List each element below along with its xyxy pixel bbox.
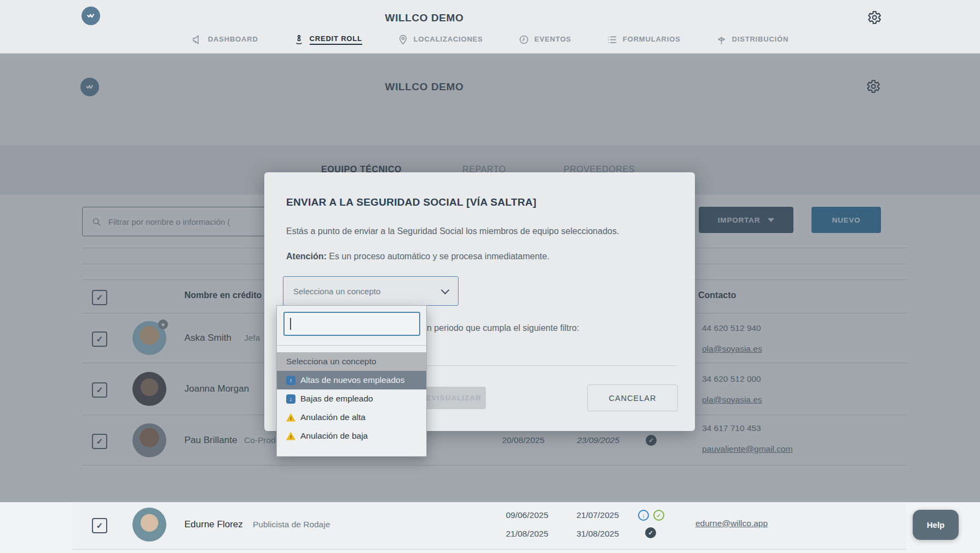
option-bajas-empleado[interactable]: ↓ Bajas de empleado: [277, 389, 426, 408]
modal-warning-text: Atención: Es un proceso automático y se …: [286, 252, 549, 261]
nav-localizaciones[interactable]: LOCALIZACIONES: [397, 34, 483, 45]
option-selecciona-concepto[interactable]: Selecciona un concepto: [277, 352, 426, 371]
option-anulacion-alta[interactable]: ! Anulación de alta: [277, 408, 426, 427]
nav-formularios[interactable]: FORMULARIOS: [606, 34, 681, 45]
person-name[interactable]: Edurne Florez: [184, 519, 243, 530]
concepto-select[interactable]: Selecciona un concepto: [283, 276, 459, 306]
map-pin-icon: [397, 34, 409, 45]
warning-icon: !: [286, 414, 295, 422]
period-start-date: 21/08/2025: [488, 529, 548, 539]
download-status-icon[interactable]: ↓: [638, 510, 649, 521]
period-end-date: 31/08/2025: [559, 529, 619, 539]
app-title: WILLCO DEMO: [0, 12, 849, 24]
arrow-up-blue-icon: ↑: [286, 376, 295, 385]
clock-icon: [518, 34, 530, 45]
nav-credit-roll[interactable]: CREDIT ROLL: [293, 34, 362, 45]
select-value: Selecciona un concepto: [293, 287, 380, 296]
divider: [277, 345, 426, 346]
table-row: ✓ Edurne Florez Publicista de Rodaje 09/…: [72, 502, 907, 550]
cancelar-button[interactable]: CANCELAR: [587, 385, 678, 411]
nav-distribucion[interactable]: DISTRIBUCIÓN: [716, 34, 789, 45]
app-root: WILLCO DEMO DASHBOARD CREDIT ROLL LOCALI…: [0, 0, 980, 553]
person-email[interactable]: edurne@willco.app: [695, 519, 768, 528]
person-stand-icon: [293, 34, 305, 45]
row-checkbox[interactable]: ✓: [92, 518, 107, 533]
chevron-down-icon: [441, 286, 450, 294]
arrow-down-blue-icon: ↓: [286, 394, 295, 404]
avatar[interactable]: [132, 508, 166, 542]
dropdown-search-input[interactable]: [283, 312, 420, 336]
main-nav: DASHBOARD CREDIT ROLL LOCALIZACIONES EVE…: [0, 34, 980, 45]
person-role: Publicista de Rodaje: [253, 520, 330, 529]
ok-status-icon: ✓: [653, 510, 664, 521]
warning-icon: !: [286, 432, 295, 440]
option-altas-nuevos-empleados[interactable]: ↑ Altas de nuevos empleados: [277, 371, 426, 389]
period-start-date: 09/06/2025: [488, 510, 548, 520]
split-arrows-icon: [716, 34, 727, 45]
bottom-row-strip: ✓ Edurne Florez Publicista de Rodaje 09/…: [0, 502, 980, 553]
status-check-icon: ✓: [645, 527, 656, 538]
app-header: WILLCO DEMO DASHBOARD CREDIT ROLL LOCALI…: [0, 0, 980, 54]
settings-gear-icon[interactable]: [866, 9, 882, 28]
modal-title: ENVIAR A LA SEGURIDAD SOCIAL [VÍA SALTRA…: [286, 196, 536, 208]
concepto-dropdown-panel: Selecciona un concepto ↑ Altas de nuevos…: [276, 305, 427, 457]
nav-dashboard[interactable]: DASHBOARD: [192, 34, 258, 45]
list-icon: [606, 34, 618, 45]
modal-body-text: Estás a punto de enviar a la Seguridad S…: [286, 226, 619, 236]
text-cursor: [290, 318, 291, 330]
option-anulacion-baja[interactable]: ! Anulación de baja: [277, 427, 426, 445]
filter-text-fragment: n periodo que cumpla el siguiente filtro…: [427, 323, 579, 333]
nav-eventos[interactable]: EVENTOS: [518, 34, 572, 45]
help-button[interactable]: Help: [913, 510, 959, 540]
megaphone-icon: [192, 34, 203, 45]
period-end-date: 21/07/2025: [559, 510, 619, 520]
